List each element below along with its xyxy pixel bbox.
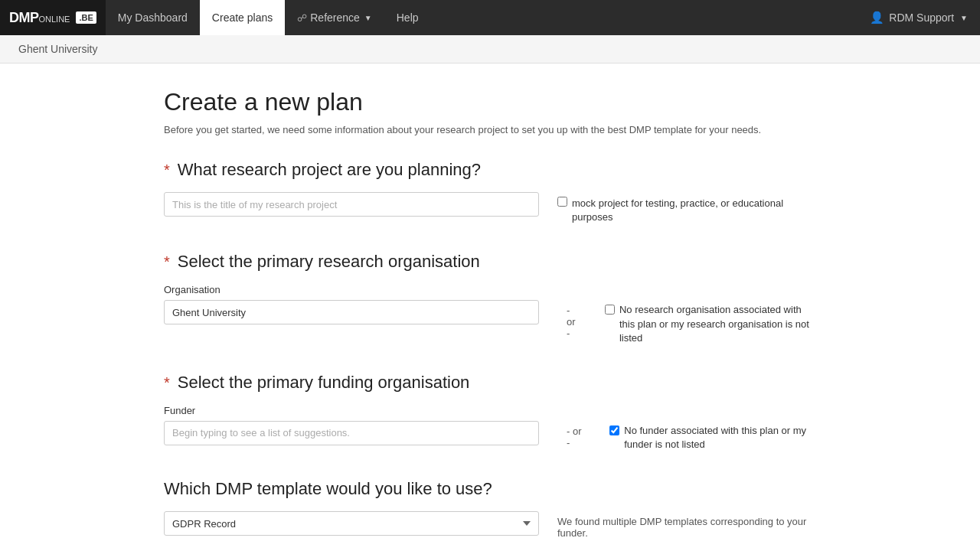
mock-checkbox[interactable] — [557, 197, 567, 207]
funder-title: Select the primary funding organisation — [178, 373, 470, 393]
user-icon: 👤 — [870, 11, 884, 24]
org-row: - or - No research organisation associat… — [164, 300, 816, 345]
no-org-checkbox-label: No research organisation associated with… — [619, 303, 816, 345]
template-note: We found multiple DMP templates correspo… — [557, 516, 816, 539]
template-row: GDPR Record We found multiple DMP templa… — [164, 511, 816, 539]
org-heading: * Select the primary research organisati… — [164, 252, 816, 272]
template-select-group: GDPR Record — [164, 511, 539, 536]
org-section: * Select the primary research organisati… — [164, 252, 816, 345]
org-title: Select the primary research organisation — [178, 252, 480, 272]
funder-input-group — [164, 421, 539, 445]
main-content: Create a new plan Before you get started… — [145, 64, 835, 551]
org-field-label: Organisation — [164, 284, 816, 295]
required-star-3: * — [164, 375, 170, 390]
research-project-title: What research project are you planning? — [178, 160, 481, 180]
required-star-2: * — [164, 254, 170, 269]
research-project-row: mock project for testing, practice, or e… — [164, 192, 816, 224]
no-org-checkbox-group: No research organisation associated with… — [605, 303, 816, 345]
no-funder-checkbox-group: No funder associated with this plan or m… — [609, 424, 816, 452]
template-select[interactable]: GDPR Record — [164, 511, 539, 536]
template-title: Which DMP template would you like to use… — [164, 479, 816, 499]
research-project-section: * What research project are you planning… — [164, 160, 816, 224]
page-subtitle: Before you get started, we need some inf… — [164, 124, 816, 135]
funder-or-divider: - or - — [557, 425, 591, 448]
navigation: DMPONLINE .BE My Dashboard Create plans … — [0, 0, 980, 35]
nav-item-my-dashboard[interactable]: My Dashboard — [106, 0, 200, 35]
funder-input[interactable] — [164, 421, 539, 445]
nav-items: My Dashboard Create plans ☍ Reference ▼ … — [106, 0, 870, 35]
research-project-input[interactable] — [164, 192, 539, 217]
funder-heading: * Select the primary funding organisatio… — [164, 373, 816, 393]
user-menu[interactable]: 👤 RDM Support ▼ — [870, 0, 980, 35]
nav-item-help[interactable]: Help — [384, 0, 431, 35]
funder-row: - or - No funder associated with this pl… — [164, 421, 816, 452]
funder-field-label: Funder — [164, 405, 816, 416]
no-funder-checkbox[interactable] — [609, 425, 619, 435]
breadcrumb: Ghent University — [0, 35, 980, 64]
mock-checkbox-group: mock project for testing, practice, or e… — [557, 197, 816, 224]
org-input-group — [164, 300, 539, 324]
funder-section: * Select the primary funding organisatio… — [164, 373, 816, 452]
mock-checkbox-label: mock project for testing, practice, or e… — [572, 197, 816, 224]
brand-dmp-text: DMPONLINE — [9, 10, 70, 26]
nav-item-create-plans[interactable]: Create plans — [200, 0, 285, 35]
research-project-heading: * What research project are you planning… — [164, 160, 816, 180]
required-star-1: * — [164, 162, 170, 178]
brand-logo[interactable]: DMPONLINE .BE — [0, 0, 106, 35]
page-title: Create a new plan — [164, 88, 816, 116]
research-project-input-group — [164, 192, 539, 217]
nav-item-reference[interactable]: ☍ Reference ▼ — [285, 0, 384, 35]
org-or-divider: - or - — [557, 305, 586, 339]
reference-icon: ☍ — [297, 12, 307, 24]
no-funder-checkbox-label: No funder associated with this plan or m… — [624, 424, 816, 452]
template-section: Which DMP template would you like to use… — [164, 479, 816, 539]
reference-chevron-icon: ▼ — [364, 14, 372, 22]
no-org-checkbox[interactable] — [605, 305, 615, 315]
org-input[interactable] — [164, 300, 539, 324]
user-menu-chevron-icon: ▼ — [960, 14, 968, 22]
